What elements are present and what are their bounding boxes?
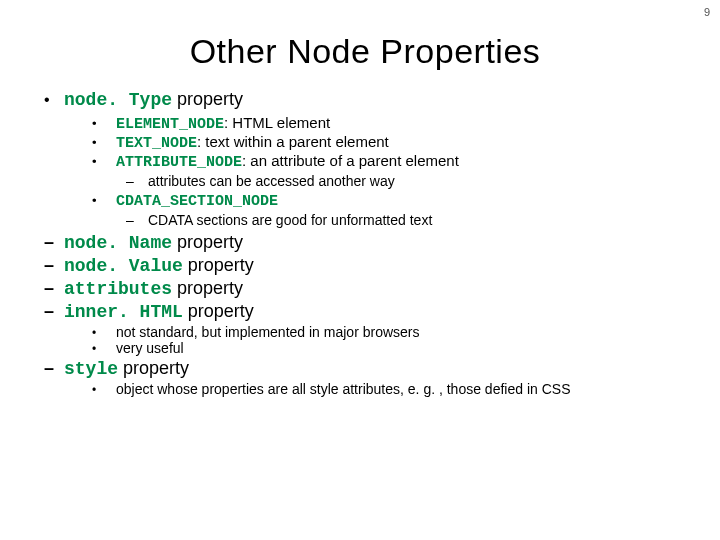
item-text: property — [183, 301, 254, 321]
list-item: attributes can be accessed another way — [126, 173, 686, 189]
item-text: not standard, but implemented in major b… — [116, 324, 686, 340]
code-token: ATTRIBUTE_NODE — [116, 154, 242, 171]
code-token: node. Type — [64, 90, 172, 110]
item-text: property — [172, 232, 243, 252]
list-item: TEXT_NODE: text within a parent element — [92, 133, 686, 152]
list-item: node. Type property ELEMENT_NODE: HTML e… — [44, 89, 686, 228]
item-text: property — [118, 358, 189, 378]
list-item: CDATA_SECTION_NODE CDATA sections are go… — [92, 191, 686, 228]
sub-sub-list: attributes can be accessed another way — [126, 173, 686, 189]
item-text: object whose properties are all style at… — [116, 381, 686, 397]
code-token: TEXT_NODE — [116, 135, 197, 152]
item-text: : HTML element — [224, 114, 330, 131]
item-text: property — [172, 89, 243, 109]
item-text: : text within a parent element — [197, 133, 389, 150]
item-text: attributes can be accessed another way — [148, 173, 686, 189]
list-item: ELEMENT_NODE: HTML element — [92, 114, 686, 133]
slide: 9 Other Node Properties node. Type prope… — [0, 0, 720, 540]
code-token: node. Name — [64, 233, 172, 253]
item-text: CDATA sections are good for unformatted … — [148, 212, 686, 228]
code-token: CDATA_SECTION_NODE — [116, 193, 278, 210]
list-item: ATTRIBUTE_NODE: an attribute of a parent… — [92, 152, 686, 189]
bullet-list: node. Type property ELEMENT_NODE: HTML e… — [44, 89, 686, 397]
list-item: inner. HTML property not standard, but i… — [44, 301, 686, 356]
code-token: ELEMENT_NODE — [116, 116, 224, 133]
list-item: node. Name property — [44, 232, 686, 253]
list-item: style property object whose properties a… — [44, 358, 686, 397]
list-item: node. Value property — [44, 255, 686, 276]
sub-list: object whose properties are all style at… — [92, 381, 686, 397]
code-token: style — [64, 359, 118, 379]
sub-list: ELEMENT_NODE: HTML element TEXT_NODE: te… — [92, 114, 686, 228]
item-text: property — [172, 278, 243, 298]
sub-list: not standard, but implemented in major b… — [92, 324, 686, 356]
item-text: : an attribute of a parent element — [242, 152, 459, 169]
code-token: attributes — [64, 279, 172, 299]
list-item: very useful — [92, 340, 686, 356]
sub-sub-list: CDATA sections are good for unformatted … — [126, 212, 686, 228]
list-item: not standard, but implemented in major b… — [92, 324, 686, 340]
slide-title: Other Node Properties — [44, 32, 686, 71]
list-item: attributes property — [44, 278, 686, 299]
item-text: very useful — [116, 340, 686, 356]
list-item: CDATA sections are good for unformatted … — [126, 212, 686, 228]
item-text: property — [183, 255, 254, 275]
code-token: inner. HTML — [64, 302, 183, 322]
page-number: 9 — [704, 6, 710, 18]
code-token: node. Value — [64, 256, 183, 276]
list-item: object whose properties are all style at… — [92, 381, 686, 397]
